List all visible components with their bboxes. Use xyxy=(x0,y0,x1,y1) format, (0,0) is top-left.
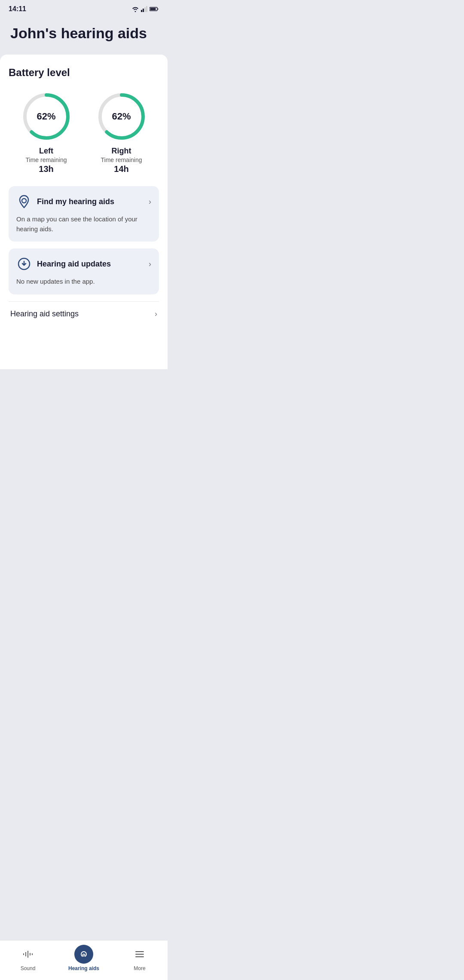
right-gauge-percentage: 62% xyxy=(112,111,131,122)
find-card-header: Find my hearing aids › xyxy=(16,194,151,209)
battery-gauges: 62% Left Time remaining 13h 62% xyxy=(9,91,159,174)
left-gauge-label: Left Time remaining 13h xyxy=(26,147,67,174)
left-time: 13h xyxy=(26,164,67,174)
find-card-title: Find my hearing aids xyxy=(37,197,114,206)
left-remaining-label: Time remaining xyxy=(26,156,67,163)
svg-rect-1 xyxy=(143,9,144,12)
battery-icon xyxy=(150,6,159,12)
download-icon xyxy=(16,256,32,272)
settings-row-chevron: › xyxy=(155,309,157,318)
find-hearing-aids-card[interactable]: Find my hearing aids › On a map you can … xyxy=(9,186,159,242)
right-side-label: Right xyxy=(101,147,142,156)
left-side-label: Left xyxy=(26,147,67,156)
updates-card-description: No new updates in the app. xyxy=(16,277,151,287)
hearing-aid-updates-card[interactable]: Hearing aid updates › No new updates in … xyxy=(9,248,159,294)
right-time: 14h xyxy=(101,164,142,174)
left-gauge-percentage: 62% xyxy=(37,111,55,122)
svg-rect-0 xyxy=(141,10,142,12)
svg-rect-3 xyxy=(146,6,147,12)
page-title: John's hearing aids xyxy=(10,25,157,42)
settings-row-label: Hearing aid settings xyxy=(10,309,79,318)
status-bar: 14:11 xyxy=(0,0,168,16)
find-card-chevron: › xyxy=(149,197,151,206)
hearing-aid-settings-row[interactable]: Hearing aid settings › xyxy=(9,301,159,326)
main-content: Battery level 62% Left Time remaining 13… xyxy=(0,55,168,369)
right-gauge-circle: 62% xyxy=(96,91,147,142)
left-gauge: 62% Left Time remaining 13h xyxy=(21,91,72,174)
status-icons xyxy=(131,6,159,12)
status-time: 14:11 xyxy=(9,5,26,13)
battery-section-title: Battery level xyxy=(9,67,159,79)
updates-card-chevron: › xyxy=(149,260,151,269)
updates-card-header: Hearing aid updates › xyxy=(16,256,151,272)
find-card-left: Find my hearing aids xyxy=(16,194,114,209)
svg-rect-2 xyxy=(144,7,146,12)
find-card-description: On a map you can see the location of you… xyxy=(16,214,151,234)
signal-icon xyxy=(141,6,148,12)
right-gauge: 62% Right Time remaining 14h xyxy=(96,91,147,174)
svg-rect-5 xyxy=(150,8,156,10)
right-gauge-label: Right Time remaining 14h xyxy=(101,147,142,174)
location-icon xyxy=(16,194,32,209)
updates-card-left: Hearing aid updates xyxy=(16,256,111,272)
page-header: John's hearing aids xyxy=(0,16,168,55)
wifi-icon xyxy=(131,6,139,12)
right-remaining-label: Time remaining xyxy=(101,156,142,163)
updates-card-title: Hearing aid updates xyxy=(37,260,111,269)
left-gauge-circle: 62% xyxy=(21,91,72,142)
svg-point-10 xyxy=(22,199,26,203)
battery-section: Battery level 62% Left Time remaining 13… xyxy=(9,67,159,174)
